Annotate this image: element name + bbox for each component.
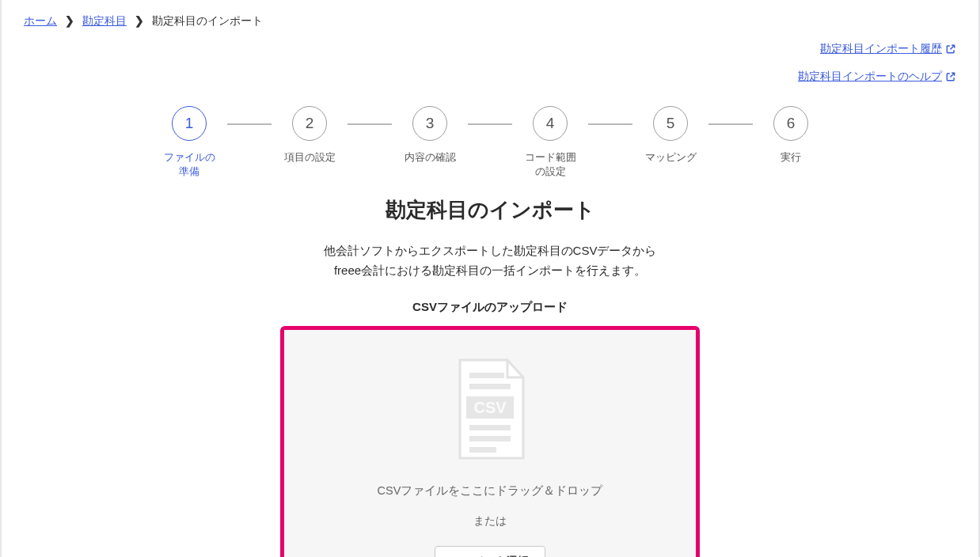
step-6: 6実行 bbox=[753, 106, 829, 165]
external-link-icon bbox=[945, 44, 956, 55]
step-connector bbox=[468, 123, 512, 125]
external-link-icon bbox=[945, 71, 956, 82]
chevron-right-icon: ❯ bbox=[135, 14, 144, 27]
breadcrumb-home[interactable]: ホーム bbox=[24, 14, 57, 27]
step-4: 4コード範囲の設定 bbox=[512, 106, 588, 179]
chevron-right-icon: ❯ bbox=[65, 14, 74, 27]
dropzone-highlight: CSV CSVファイルをここにドラッグ＆ドロップ または ファイルを選択 bbox=[280, 326, 700, 557]
dropzone-or: または bbox=[300, 514, 680, 529]
step-5: 5マッピング bbox=[632, 106, 708, 165]
step-circle: 3 bbox=[412, 106, 447, 141]
step-2: 2項目の設定 bbox=[272, 106, 348, 165]
csv-file-icon: CSV bbox=[450, 358, 530, 464]
svg-rect-1 bbox=[469, 384, 511, 389]
step-circle: 1 bbox=[172, 106, 207, 141]
file-select-button[interactable]: ファイルを選択 bbox=[435, 546, 545, 557]
step-connector bbox=[708, 123, 753, 125]
step-label: 内容の確認 bbox=[405, 150, 456, 165]
upload-heading: CSVファイルのアップロード bbox=[2, 300, 978, 315]
svg-text:CSV: CSV bbox=[473, 399, 507, 416]
desc-line1: 他会計ソフトからエクスポートした勘定科目のCSVデータから bbox=[2, 241, 978, 261]
svg-rect-4 bbox=[469, 425, 511, 430]
step-label: マッピング bbox=[645, 150, 697, 165]
desc-line2: freee会計における勘定科目の一括インポートを行えます。 bbox=[2, 261, 978, 281]
step-connector bbox=[588, 123, 632, 125]
page-title: 勘定科目のインポート bbox=[2, 196, 978, 224]
file-dropzone[interactable]: CSV CSVファイルをここにドラッグ＆ドロップ または ファイルを選択 bbox=[284, 330, 696, 557]
step-label: コード範囲の設定 bbox=[525, 150, 576, 179]
step-label: 実行 bbox=[781, 150, 801, 165]
step-connector bbox=[348, 123, 392, 125]
step-circle: 2 bbox=[292, 106, 327, 141]
import-help-label: 勘定科目インポートのヘルプ bbox=[798, 70, 942, 84]
step-circle: 4 bbox=[533, 106, 568, 141]
step-circle: 6 bbox=[773, 106, 808, 141]
svg-rect-5 bbox=[469, 436, 511, 441]
step-connector bbox=[227, 123, 272, 125]
breadcrumb-current: 勘定科目のインポート bbox=[152, 14, 263, 27]
import-history-link[interactable]: 勘定科目インポート履歴 bbox=[820, 42, 956, 56]
page-description: 他会計ソフトからエクスポートした勘定科目のCSVデータから freee会計におけ… bbox=[2, 241, 978, 281]
step-label: ファイルの準備 bbox=[164, 150, 215, 179]
step-3: 3内容の確認 bbox=[392, 106, 468, 165]
import-help-link[interactable]: 勘定科目インポートのヘルプ bbox=[798, 70, 956, 84]
svg-rect-0 bbox=[469, 373, 504, 378]
breadcrumb: ホーム ❯ 勘定科目 ❯ 勘定科目のインポート bbox=[2, 0, 978, 43]
dropzone-instruction: CSVファイルをここにドラッグ＆ドロップ bbox=[300, 483, 680, 498]
step-label: 項目の設定 bbox=[284, 150, 336, 165]
import-history-label: 勘定科目インポート履歴 bbox=[820, 42, 942, 56]
step-1: 1ファイルの準備 bbox=[151, 106, 227, 179]
svg-rect-6 bbox=[469, 447, 496, 453]
step-circle: 5 bbox=[653, 106, 688, 141]
breadcrumb-account[interactable]: 勘定科目 bbox=[82, 14, 127, 27]
top-links: 勘定科目インポート履歴 勘定科目インポートのヘルプ bbox=[798, 41, 956, 97]
stepper: 1ファイルの準備2項目の設定3内容の確認4コード範囲の設定5マッピング6実行 bbox=[2, 106, 978, 179]
